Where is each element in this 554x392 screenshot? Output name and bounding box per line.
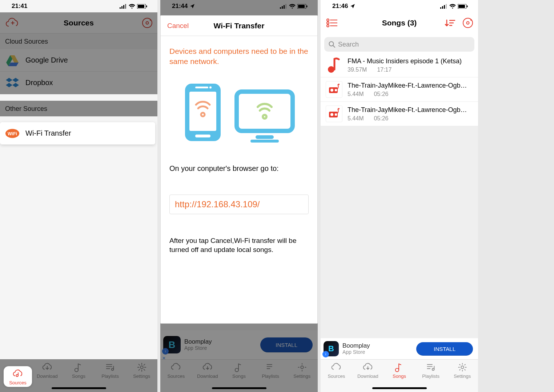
- svg-rect-61: [335, 89, 337, 91]
- svg-point-58: [338, 84, 340, 85]
- svg-point-43: [327, 19, 329, 21]
- svg-point-53: [467, 22, 469, 24]
- section-cloud-sources: Cloud Sources: [0, 33, 157, 49]
- svg-rect-39: [446, 4, 447, 9]
- svg-rect-42: [467, 5, 468, 7]
- svg-rect-3: [125, 4, 126, 9]
- row-google-drive[interactable]: Google Drive: [0, 49, 157, 72]
- cloud-add-icon[interactable]: [6, 18, 20, 28]
- song-duration: 17:17: [377, 67, 392, 73]
- phone-screen-sources: 21:41 Sources Cloud Sources Google Drive: [0, 0, 157, 392]
- after-cancel-text: After you tap Cancel,Wi-Fi transfer will…: [169, 236, 309, 255]
- tab-label: Sources: [9, 380, 27, 385]
- search-input[interactable]: Search: [324, 37, 474, 52]
- svg-point-60: [330, 89, 333, 92]
- svg-rect-31: [237, 92, 293, 131]
- tab-label: Songs: [72, 373, 85, 379]
- home-indicator: [212, 387, 266, 389]
- svg-rect-0: [120, 7, 121, 9]
- tab-settings[interactable]: Settings: [286, 362, 318, 392]
- svg-rect-6: [146, 5, 147, 7]
- song-video-icon: [326, 81, 342, 98]
- location-icon: [190, 4, 195, 9]
- wifi-transfer-icon: WiFi: [5, 126, 20, 141]
- row-wifi-transfer[interactable]: WiFi Wi-Fi Transfer: [0, 122, 155, 145]
- instruction-text: On your conputer's browser go to:: [169, 164, 309, 173]
- song-row[interactable]: The-Train-JayMikee-Ft.-Lawrence-Ogb… 5.4…: [321, 77, 478, 102]
- battery-icon: [297, 4, 308, 9]
- song-row[interactable]: FMA - Music Insiders episode 1 (Ketsa) 3…: [321, 53, 478, 77]
- network-warning: Devices and computers need to be in the …: [169, 46, 309, 67]
- row-label: Google Drive: [25, 56, 68, 64]
- ad-install-button[interactable]: INSTALL: [416, 342, 473, 356]
- svg-rect-65: [335, 113, 337, 116]
- ad-banner[interactable]: B i Boomplay App Store INSTALL: [321, 338, 478, 359]
- signal-icon: [440, 4, 447, 9]
- phone-screen-wifi-transfer: 21:44 Cancel Wi-Fi Transfer Devices and …: [160, 0, 318, 392]
- svg-point-9: [150, 19, 151, 21]
- list-view-icon[interactable]: [326, 19, 338, 27]
- ad-banner[interactable]: B i ✕ Boomplay App Store INSTALL: [160, 330, 318, 359]
- song-size: 39.57M: [348, 67, 367, 73]
- svg-point-66: [396, 368, 399, 372]
- ad-subtitle: App Store: [342, 349, 413, 355]
- svg-rect-33: [250, 140, 279, 143]
- ad-title: Boomplay: [184, 339, 257, 345]
- tab-label: Playlists: [422, 373, 439, 379]
- row-dropbox[interactable]: Dropbox: [0, 72, 157, 94]
- svg-rect-2: [123, 5, 124, 9]
- tab-settings[interactable]: Settings: [446, 362, 478, 392]
- svg-text:WiFi: WiFi: [8, 131, 17, 136]
- status-bar: 21:44: [160, 0, 318, 12]
- wifi-transfer-modal: Cancel Wi-Fi Transfer Devices and comput…: [160, 15, 318, 324]
- tab-label: Settings: [293, 373, 310, 379]
- tab-label: Playlists: [262, 373, 279, 379]
- now-playing-icon[interactable]: [141, 17, 153, 29]
- song-size: 5.44M: [348, 91, 364, 97]
- search-icon: [329, 41, 335, 48]
- song-title: The-Train-JayMikee-Ft.-Lawrence-Ogb…: [348, 106, 473, 114]
- devices-illustration: [169, 81, 309, 143]
- svg-point-45: [327, 25, 329, 27]
- ad-title: Boomplay: [342, 343, 413, 349]
- battery-icon: [137, 4, 147, 9]
- now-playing-icon[interactable]: [462, 17, 474, 29]
- svg-point-68: [461, 366, 464, 369]
- svg-rect-5: [138, 5, 144, 8]
- svg-point-29: [209, 86, 212, 88]
- svg-rect-22: [285, 4, 286, 9]
- ad-install-button[interactable]: INSTALL: [260, 337, 313, 352]
- svg-point-57: [328, 66, 334, 73]
- song-title: The-Train-JayMikee-Ft.-Lawrence-Ogb…: [348, 82, 473, 89]
- song-size: 5.44M: [348, 115, 364, 122]
- ad-info-badge[interactable]: i: [322, 351, 329, 357]
- nav-header: Songs (3): [321, 12, 478, 33]
- svg-rect-21: [284, 5, 285, 9]
- svg-rect-30: [195, 135, 210, 137]
- cancel-button[interactable]: Cancel: [167, 22, 189, 30]
- tab-sources[interactable]: Sources: [160, 362, 192, 392]
- tab-sources[interactable]: Sources: [321, 362, 352, 392]
- status-bar: 21:41: [0, 0, 157, 12]
- tab-sources[interactable]: Sources: [4, 366, 32, 387]
- status-bar: 21:46: [321, 0, 478, 12]
- svg-rect-38: [444, 5, 445, 9]
- song-row[interactable]: The-Train-JayMikee-Ft.-Lawrence-Ogb… 5.4…: [321, 102, 478, 126]
- svg-point-35: [301, 366, 304, 369]
- phone-illustration-icon: [183, 81, 223, 143]
- computer-illustration-icon: [234, 89, 296, 143]
- svg-rect-19: [280, 7, 281, 9]
- signal-icon: [120, 4, 127, 9]
- svg-rect-1: [121, 6, 123, 9]
- transfer-url[interactable]: http://192.168.43.109/: [169, 195, 309, 214]
- svg-point-15: [75, 368, 78, 372]
- tab-label: Sources: [167, 373, 185, 379]
- tab-label: Settings: [454, 373, 471, 379]
- sort-icon[interactable]: [445, 19, 455, 27]
- ad-info-badge[interactable]: i: [162, 348, 169, 355]
- tab-settings[interactable]: Settings: [126, 362, 157, 392]
- tab-label: Download: [37, 373, 58, 379]
- tab-label: Sources: [328, 373, 345, 379]
- status-time: 21:41: [12, 3, 27, 10]
- svg-line-56: [333, 45, 335, 47]
